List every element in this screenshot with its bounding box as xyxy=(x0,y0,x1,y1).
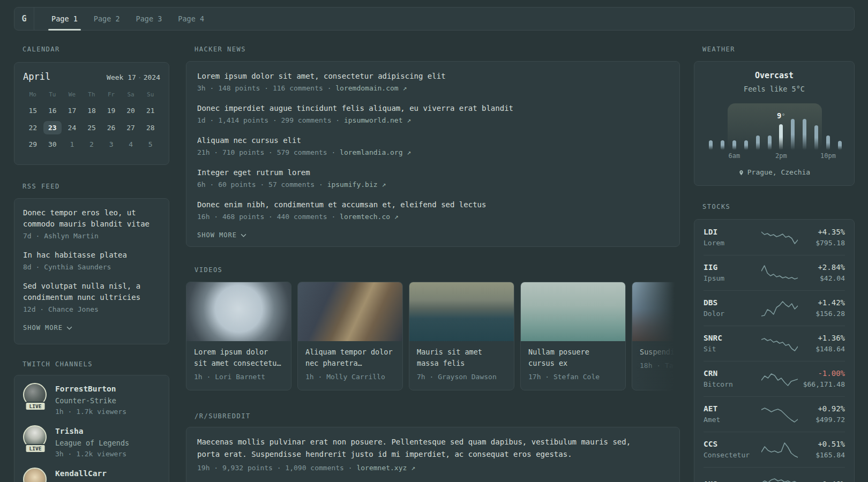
stock-price: $66,171.48 xyxy=(798,380,845,389)
weather-location: Prague, Czechia xyxy=(747,168,810,177)
hn-story-domain-link[interactable]: ipsumify.biz ↗ xyxy=(327,180,386,189)
hn-story-domain-link[interactable]: ipsumworld.net ↗ xyxy=(344,116,411,124)
calendar-grid: MoTuWeThFrSaSu15161718192021222324252627… xyxy=(23,91,160,153)
video-title[interactable]: Nullam posuere cursus ex xyxy=(528,347,618,369)
rss-item-title[interactable]: Sed volutpat nulla nisl, a condimentum n… xyxy=(23,281,160,303)
video-card[interactable]: Suspendisse diam 18h · Tara xyxy=(632,282,680,390)
stock-row[interactable]: CCS Consectetur +0.51% $165.84 xyxy=(704,432,845,467)
stock-symbol[interactable]: CCS xyxy=(704,439,761,449)
streamer-name[interactable]: Trisha xyxy=(55,426,129,436)
tab-page-2[interactable]: Page 2 xyxy=(93,7,121,30)
rss-item-title[interactable]: Donec tempor eros leo, ut commodo mauris… xyxy=(23,207,160,230)
hn-story-title[interactable]: Donec imperdiet augue tincidunt felis al… xyxy=(197,103,669,114)
stock-change: +0.92% xyxy=(798,404,845,413)
twitch-channels-widget: LIVE ForrestBurton Counter-Strike 1h · 1… xyxy=(14,375,169,482)
stock-row[interactable]: LDI Lorem +4.35% $795.18 xyxy=(704,220,845,255)
reddit-domain-link[interactable]: loremnet.xyz ↗ xyxy=(356,464,415,472)
rss-item-title[interactable]: In hac habitasse platea xyxy=(23,250,160,261)
calendar-day: 27 xyxy=(121,119,141,137)
hn-story-domain-link[interactable]: loremdomain.com ↗ xyxy=(335,84,407,92)
calendar-weekday: Fr xyxy=(101,91,121,102)
hn-story-title[interactable]: Donec enim nibh, condimentum et accumsan… xyxy=(197,199,669,210)
video-title[interactable]: Mauris sit amet massa felis xyxy=(417,347,506,369)
stock-symbol[interactable]: AHS xyxy=(704,479,761,482)
stock-values: +2.84% $42.04 xyxy=(798,262,845,283)
streamer-name[interactable]: KendallCarr xyxy=(55,469,107,479)
video-thumbnail[interactable] xyxy=(632,282,680,341)
streamer-avatar xyxy=(23,468,47,482)
hn-story-domain-link[interactable]: loremtech.co ↗ xyxy=(340,213,399,221)
video-title[interactable]: Suspendisse diam xyxy=(640,347,680,358)
rss-item-meta: 8d · Cynthia Saunders xyxy=(23,262,160,272)
video-title[interactable]: Aliquam tempor dolor nec pharetra… xyxy=(305,347,395,369)
video-thumbnail[interactable] xyxy=(409,282,514,341)
domain-text: loremdomain.com xyxy=(335,84,398,92)
hn-meta-text: 1d · 1,414 points · 299 comments · xyxy=(197,116,344,124)
video-title[interactable]: Lorem ipsum dolor sit amet consectetu… xyxy=(194,347,283,369)
calendar-header: April Week 17·2024 xyxy=(23,71,160,83)
stock-change: +0.46% xyxy=(798,479,845,482)
stock-symbol[interactable]: IIG xyxy=(704,262,761,272)
hn-story: Lorem ipsum dolor sit amet, consectetur … xyxy=(197,71,669,93)
stock-row[interactable]: SNRC Sit +1.36% $148.64 xyxy=(704,326,845,361)
stock-symbol[interactable]: DBS xyxy=(704,298,761,307)
videos-section-label: VIDEOS xyxy=(194,266,680,274)
stock-row[interactable]: CRN Bitcorn -1.00% $66,171.48 xyxy=(704,361,845,396)
video-card-body: Mauris sit amet massa felis 7h · Grayson… xyxy=(409,341,514,381)
calendar-day: 15 xyxy=(23,102,43,119)
tab-page-1[interactable]: Page 1 xyxy=(50,7,79,30)
calendar-section-label: CALENDAR xyxy=(23,46,169,53)
video-card[interactable]: Lorem ipsum dolor sit amet consectetu… 1… xyxy=(186,282,291,390)
stock-row[interactable]: IIG Ipsum +2.84% $42.04 xyxy=(704,255,845,290)
calendar-day: 3 xyxy=(101,136,121,153)
stream-game: Counter-Strike xyxy=(55,396,126,406)
stock-symbol[interactable]: SNRC xyxy=(704,333,761,343)
stock-values: +4.35% $795.18 xyxy=(798,227,845,248)
hn-story-title[interactable]: Integer eget rutrum lorem xyxy=(197,167,669,178)
reddit-post-title[interactable]: Maecenas mollis pulvinar erat non posuer… xyxy=(197,436,650,460)
hn-story-title[interactable]: Aliquam nec cursus elit xyxy=(197,135,669,146)
tab-page-4[interactable]: Page 4 xyxy=(177,7,205,30)
app-logo[interactable]: G xyxy=(14,7,34,30)
twitch-channel-item[interactable]: KendallCarr xyxy=(23,468,160,482)
twitch-channel-item[interactable]: LIVE Trisha League of Legends 3h · 1.2k … xyxy=(23,425,160,459)
twitch-channel-item[interactable]: LIVE ForrestBurton Counter-Strike 1h · 1… xyxy=(23,383,160,417)
stock-row[interactable]: AET Amet +0.92% $499.72 xyxy=(704,396,845,432)
stock-row[interactable]: AHS +0.46% xyxy=(704,467,845,482)
stock-change: +2.84% xyxy=(798,262,845,272)
rss-item: In hac habitasse platea 8d · Cynthia Sau… xyxy=(23,250,160,272)
show-more-label: SHOW MORE xyxy=(197,231,237,239)
calendar-day: 19 xyxy=(101,102,121,119)
video-thumbnail[interactable] xyxy=(521,282,625,341)
twitch-section-label: TWITCH CHANNELS xyxy=(23,360,169,368)
external-link-icon: ↗ xyxy=(411,464,415,472)
hn-story-meta: 21h · 710 points · 579 comments · loreml… xyxy=(197,148,669,157)
avatar xyxy=(23,468,48,482)
hn-story-title[interactable]: Lorem ipsum dolor sit amet, consectetur … xyxy=(197,71,669,81)
page-tabs: Page 1 Page 2 Page 3 Page 4 xyxy=(50,7,205,30)
stock-symbol[interactable]: CRN xyxy=(704,368,761,378)
hn-meta-text: 16h · 468 points · 440 comments · xyxy=(197,213,340,221)
stock-values: +1.42% $156.28 xyxy=(798,298,845,319)
domain-text: ipsumify.biz xyxy=(327,180,378,189)
streamer-name[interactable]: ForrestBurton xyxy=(55,384,126,394)
rss-show-more-button[interactable]: SHOW MORE xyxy=(23,324,160,332)
stock-name: Lorem xyxy=(704,238,761,248)
video-card[interactable]: Nullam posuere cursus ex 17h · Stefan Co… xyxy=(520,282,626,390)
calendar-day: 21 xyxy=(140,102,160,119)
video-thumbnail[interactable] xyxy=(186,282,291,341)
stock-symbol[interactable]: AET xyxy=(704,404,761,413)
video-card-body: Nullam posuere cursus ex 17h · Stefan Co… xyxy=(521,341,625,381)
hn-meta-text: 6h · 60 points · 57 comments · xyxy=(197,180,327,189)
video-card[interactable]: Mauris sit amet massa felis 7h · Grayson… xyxy=(409,282,514,390)
stock-symbol[interactable]: LDI xyxy=(704,227,761,237)
hn-story-domain-link[interactable]: loremlandia.org ↗ xyxy=(340,148,411,156)
hn-show-more-button[interactable]: SHOW MORE xyxy=(197,231,669,239)
video-card[interactable]: Aliquam tempor dolor nec pharetra… 1h · … xyxy=(297,282,403,390)
video-thumbnail[interactable] xyxy=(298,282,402,341)
videos-carousel: Lorem ipsum dolor sit amet consectetu… 1… xyxy=(186,282,680,390)
stock-row[interactable]: DBS Dolor +1.42% $156.28 xyxy=(704,290,845,326)
videos-strip: Lorem ipsum dolor sit amet consectetu… 1… xyxy=(186,282,680,390)
chevron-down-icon xyxy=(66,326,72,330)
tab-page-3[interactable]: Page 3 xyxy=(135,7,163,30)
